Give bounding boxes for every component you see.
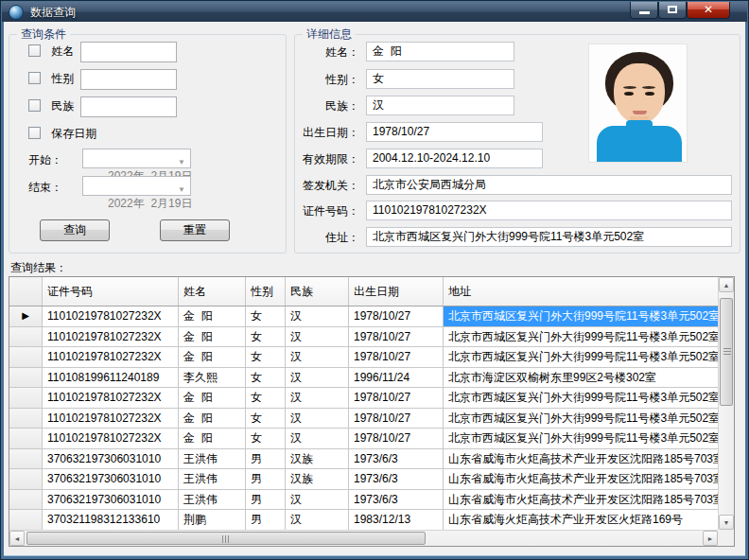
- row-header[interactable]: [9, 327, 43, 347]
- start-date-picker[interactable]: 2022年 2月19日 ▼: [82, 149, 191, 168]
- table-cell[interactable]: 男: [246, 510, 286, 530]
- table-cell[interactable]: 王洪伟: [179, 449, 246, 469]
- detail-id-number-value[interactable]: 11010219781027232X: [366, 201, 732, 220]
- table-cell[interactable]: 11010219781027232X: [43, 429, 179, 448]
- scroll-up-icon[interactable]: ▲: [719, 277, 734, 292]
- table-cell[interactable]: 北京市西城区复兴门外大街999号院11号楼3单元502室: [444, 388, 718, 408]
- table-cell[interactable]: 男: [246, 449, 286, 469]
- table-cell[interactable]: 女: [246, 409, 286, 429]
- ethnicity-input[interactable]: [80, 96, 177, 117]
- name-input[interactable]: [80, 42, 177, 62]
- table-cell[interactable]: 女: [246, 347, 286, 367]
- table-cell[interactable]: 金 阳: [179, 429, 246, 448]
- detail-name-value[interactable]: 金 阳: [366, 42, 514, 61]
- scroll-right-icon[interactable]: ►: [703, 531, 718, 546]
- row-header[interactable]: [9, 449, 43, 469]
- scroll-left-icon[interactable]: ◄: [9, 531, 25, 546]
- table-cell[interactable]: 370321198312133610: [43, 510, 179, 530]
- gender-checkbox[interactable]: [28, 72, 41, 84]
- minimize-button[interactable]: [630, 2, 658, 19]
- table-cell[interactable]: 1973/6/3: [349, 449, 444, 469]
- table-cell[interactable]: 汉: [286, 388, 349, 408]
- scroll-down-icon[interactable]: ▼: [719, 515, 734, 530]
- table-cell[interactable]: 370632197306031010: [43, 490, 179, 510]
- detail-authority-value[interactable]: 北京市公安局西城分局: [366, 175, 732, 195]
- row-header[interactable]: [9, 490, 43, 510]
- row-header[interactable]: ▶: [9, 306, 43, 326]
- table-cell[interactable]: 山东省威海市火炬高技术产业开发区沈阳路185号703室: [444, 490, 718, 510]
- table-cell[interactable]: 汉族: [286, 469, 349, 489]
- name-checkbox[interactable]: [28, 44, 41, 57]
- detail-address-value[interactable]: 北京市西城区复兴门外大街999号院11号楼3单元502室: [366, 227, 732, 247]
- row-header[interactable]: [9, 510, 43, 530]
- vertical-scrollbar[interactable]: ▲ ▼: [718, 277, 734, 530]
- table-cell[interactable]: 1978/10/27: [349, 347, 444, 367]
- table-cell[interactable]: 1983/12/13: [349, 510, 444, 530]
- table-cell[interactable]: 女: [246, 429, 286, 448]
- table-cell[interactable]: 北京市西城区复兴门外大街999号院11号楼3单元502室: [444, 306, 718, 326]
- table-cell[interactable]: 金 阳: [179, 347, 246, 367]
- table-cell[interactable]: 1996/11/24: [349, 368, 444, 388]
- table-cell[interactable]: 汉: [286, 306, 349, 326]
- table-cell[interactable]: 山东省威海市火炬高技术产业开发区沈阳路185号703室: [444, 469, 718, 489]
- row-header[interactable]: [9, 469, 43, 489]
- table-cell[interactable]: 汉: [286, 409, 349, 429]
- table-cell[interactable]: 1978/10/27: [349, 306, 444, 326]
- column-header[interactable]: 地址: [444, 277, 718, 306]
- row-header[interactable]: [9, 368, 43, 388]
- detail-birthdate-value[interactable]: 1978/10/27: [366, 122, 543, 142]
- table-cell[interactable]: 金 阳: [179, 306, 246, 326]
- table-cell[interactable]: 1978/10/27: [349, 388, 444, 408]
- table-cell[interactable]: 汉族: [286, 449, 349, 469]
- detail-ethnicity-value[interactable]: 汉: [366, 96, 514, 115]
- table-cell[interactable]: 金 阳: [179, 409, 246, 429]
- table-cell[interactable]: 金 阳: [179, 388, 246, 408]
- table-cell[interactable]: 北京市西城区复兴门外大街999号院11号楼3单元502室: [444, 327, 718, 347]
- table-cell[interactable]: 1978/10/27: [349, 429, 444, 448]
- table-cell[interactable]: 男: [246, 469, 286, 489]
- header-row-selector[interactable]: [9, 277, 43, 306]
- table-cell[interactable]: 370632197306031010: [43, 469, 179, 489]
- detail-gender-value[interactable]: 女: [366, 69, 514, 89]
- table-cell[interactable]: 李久熙: [179, 368, 246, 388]
- row-header[interactable]: [9, 347, 43, 367]
- maximize-button[interactable]: [658, 2, 687, 19]
- table-cell[interactable]: 女: [246, 368, 286, 388]
- ethnicity-checkbox[interactable]: [28, 99, 41, 112]
- table-cell[interactable]: 11010219781027232X: [43, 327, 179, 347]
- table-cell[interactable]: 山东省威海火炬高技术产业开发区火炬路169号: [444, 510, 718, 530]
- close-button[interactable]: ✕: [687, 2, 730, 19]
- table-cell[interactable]: 11010219781027232X: [43, 388, 179, 408]
- table-cell[interactable]: 1973/6/3: [349, 490, 444, 510]
- table-cell[interactable]: 370632197306031010: [43, 449, 179, 469]
- table-cell[interactable]: 女: [246, 327, 286, 347]
- table-cell[interactable]: 女: [246, 306, 286, 326]
- table-cell[interactable]: 1973/6/3: [349, 469, 444, 489]
- column-header[interactable]: 出生日期: [349, 277, 444, 306]
- horizontal-scroll-thumb[interactable]: [26, 532, 426, 545]
- table-cell[interactable]: 11010219781027232X: [43, 409, 179, 429]
- table-cell[interactable]: 汉: [286, 490, 349, 510]
- column-header[interactable]: 姓名: [179, 277, 246, 306]
- table-cell[interactable]: 1978/10/27: [349, 409, 444, 429]
- row-header[interactable]: [9, 429, 43, 448]
- table-cell[interactable]: 汉: [286, 429, 349, 448]
- table-cell[interactable]: 汉: [286, 510, 349, 530]
- table-cell[interactable]: 11010219781027232X: [43, 347, 179, 367]
- table-cell[interactable]: 汉: [286, 327, 349, 347]
- table-cell[interactable]: 汉: [286, 347, 349, 367]
- vertical-scroll-thumb[interactable]: [720, 298, 733, 406]
- table-cell[interactable]: 王洪伟: [179, 469, 246, 489]
- chevron-down-icon[interactable]: ▼: [178, 153, 185, 171]
- chevron-down-icon[interactable]: ▼: [178, 181, 185, 199]
- table-cell[interactable]: 11010219781027232X: [43, 306, 179, 326]
- table-cell[interactable]: 女: [246, 388, 286, 408]
- table-cell[interactable]: 男: [246, 490, 286, 510]
- table-cell[interactable]: 北京市西城区复兴门外大街999号院11号楼3单元502室: [444, 409, 718, 429]
- row-header[interactable]: [9, 409, 43, 429]
- column-header[interactable]: 证件号码: [43, 277, 179, 306]
- gender-input[interactable]: [80, 69, 177, 90]
- reset-button[interactable]: 重置: [160, 219, 230, 241]
- horizontal-scrollbar[interactable]: ◄ ►: [9, 530, 718, 546]
- table-cell[interactable]: 北京市西城区复兴门外大街999号院11号楼3单元502室: [444, 347, 718, 367]
